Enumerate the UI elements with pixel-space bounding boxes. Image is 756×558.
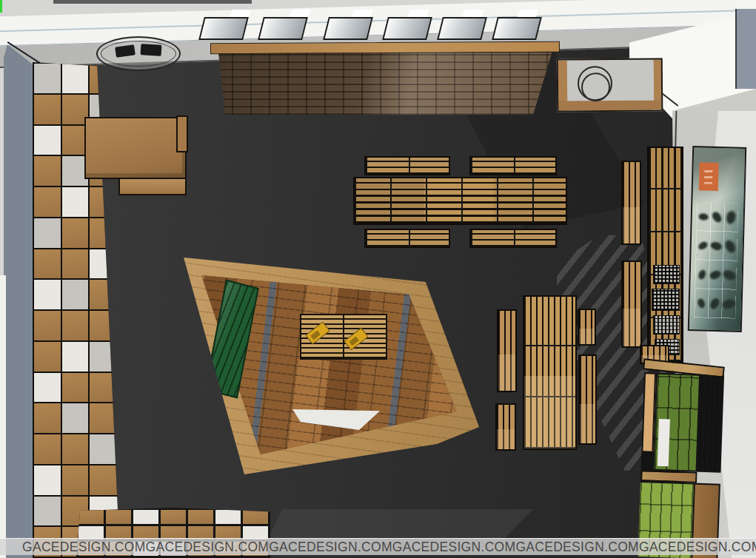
interior-top-view-render: GACEDESIGN.COMGACEDESIGN.COMGACEDESIGN.C… (0, 0, 756, 558)
poster-photo-cell (724, 203, 739, 232)
shelf-cell (62, 311, 87, 340)
ceiling-edge-dark-segment (53, 0, 252, 4)
poster-logo (699, 162, 719, 191)
shelf-cell (34, 218, 61, 248)
shelf-cell (34, 156, 61, 186)
cabinet-fan-unit (557, 58, 663, 112)
reading-table-vertical (523, 295, 577, 450)
light-glow (517, 10, 539, 17)
shelf-cell (34, 187, 61, 217)
poster-photo-cell (710, 203, 725, 232)
slatted-screen-top-rail (210, 41, 560, 54)
shelf-cell (34, 280, 61, 309)
poster-image-grid (694, 202, 738, 318)
poster-photo-cell (722, 289, 737, 318)
light-glow (351, 10, 373, 17)
poster-photo-cell (709, 232, 724, 260)
watermark-strip: GACEDESIGN.COMGACEDESIGN.COMGACEDESIGN.C… (0, 538, 756, 555)
mesh-panel (653, 315, 680, 335)
shelf-cell (215, 510, 241, 524)
bench (578, 309, 596, 346)
bench (364, 229, 450, 248)
light-glow (407, 10, 429, 17)
poster-photo-cell (723, 260, 737, 289)
shelf-cell (188, 510, 213, 524)
watermark-text: GACEDESIGN.COM (639, 539, 756, 555)
poster-photo-cell (708, 289, 723, 318)
shelf-cell (133, 510, 158, 524)
skylight-panel (198, 17, 249, 40)
bookcase-wood-side (698, 376, 723, 471)
shelf-cell (62, 218, 87, 248)
green-bookcase-upper (641, 372, 725, 473)
wood-desk-extension (118, 178, 187, 195)
green-bookcase (636, 361, 727, 558)
shelf-cell (34, 403, 61, 433)
left-white-edge (0, 275, 6, 558)
wall-poster (688, 146, 747, 332)
watermark-text: GACEDESIGN.COM (515, 539, 639, 555)
shelf-cell (62, 434, 87, 464)
bookcase-white-cell (658, 419, 670, 466)
shelf-cell (243, 510, 268, 524)
shelf-cell (34, 342, 61, 372)
skylight-panel (258, 17, 308, 40)
slat-shelf-tall (647, 147, 683, 363)
shelf-cell (34, 497, 61, 526)
wood-desk (84, 117, 187, 179)
poster-photo-cell (695, 231, 710, 260)
wood-desk-side (176, 115, 188, 152)
bench (469, 229, 557, 248)
bookcase-tan-strip (643, 374, 656, 451)
bench (497, 309, 517, 392)
shelf-cell (62, 187, 87, 217)
shelf-cell (106, 510, 131, 524)
poster-photo-cell (723, 232, 738, 260)
shelf-cell (62, 342, 87, 372)
bench (469, 156, 557, 175)
slat-panel (621, 161, 641, 245)
poster-photo-cell (694, 289, 709, 317)
shelf-cell (34, 434, 61, 464)
shelf-cell (62, 403, 87, 433)
shelf-cell (62, 249, 87, 279)
watermark-text: GACEDESIGN.COM (392, 539, 516, 555)
floor-light-patch (267, 509, 533, 542)
shelf-cell (34, 249, 61, 279)
axis-guide-line (0, 0, 2, 13)
bench (495, 403, 516, 451)
watermark-text: GACEDESIGN.COM (269, 539, 392, 555)
poster-photo-cell (696, 202, 711, 231)
skylight-panel (437, 17, 487, 40)
shelf-cell (62, 64, 87, 93)
skylight-panel (492, 17, 542, 40)
light-glow (289, 10, 311, 17)
shelf-cell (34, 64, 61, 93)
skylight-panel (382, 17, 432, 40)
fan-circle (578, 66, 612, 101)
stool (141, 44, 162, 56)
shelf-cell (34, 95, 61, 124)
left-exterior-wall (4, 44, 35, 558)
shelf-cell (62, 465, 87, 495)
shelf-cell (34, 126, 61, 155)
right-exterior-wall (735, 9, 756, 89)
light-glow (462, 10, 484, 17)
slat-panel (621, 260, 642, 348)
mesh-panel (652, 289, 680, 311)
round-table (96, 36, 181, 71)
light-glow (230, 10, 252, 17)
shelf-cell (62, 280, 87, 309)
watermark-text: GACEDESIGN.COM (22, 539, 146, 555)
slatted-screen (213, 53, 555, 115)
shelf-cell (34, 373, 61, 403)
reading-table (353, 177, 567, 225)
shelf-cell (34, 465, 61, 495)
bench (364, 156, 450, 175)
watermark-text: GACEDESIGN.COM (146, 539, 270, 555)
mesh-panel (653, 265, 680, 284)
shelf-cell (161, 510, 186, 524)
bench (578, 354, 597, 445)
poster-photo-cell (709, 260, 723, 289)
shelf-cell (34, 311, 61, 340)
